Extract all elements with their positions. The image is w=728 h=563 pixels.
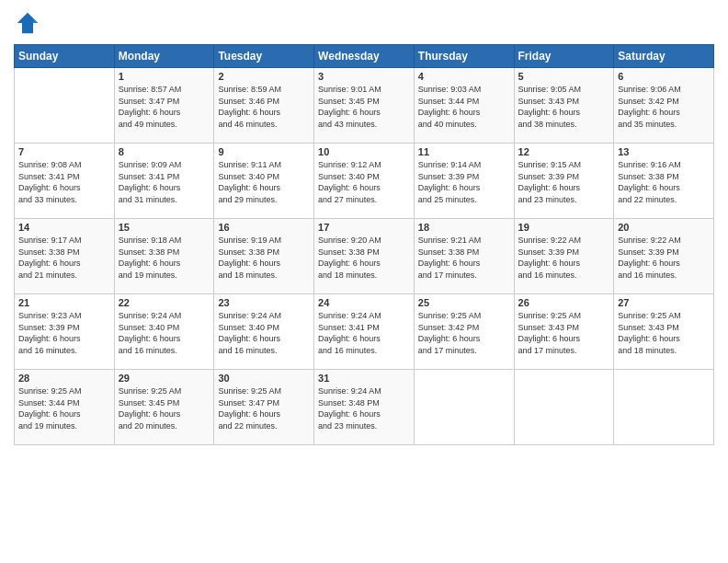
day-number: 14 (18, 222, 110, 233)
header-day-sunday: Sunday (15, 45, 115, 68)
day-info: Sunrise: 9:25 AM Sunset: 3:47 PM Dayligh… (218, 385, 310, 431)
day-number: 17 (318, 222, 410, 233)
calendar-cell: 8Sunrise: 9:09 AM Sunset: 3:41 PM Daylig… (114, 144, 214, 219)
calendar-cell (414, 370, 514, 445)
day-number: 10 (318, 146, 410, 157)
header-day-monday: Monday (114, 45, 214, 68)
calendar-cell: 30Sunrise: 9:25 AM Sunset: 3:47 PM Dayli… (214, 370, 314, 445)
calendar-cell: 27Sunrise: 9:25 AM Sunset: 3:43 PM Dayli… (614, 294, 714, 370)
day-info: Sunrise: 9:25 AM Sunset: 3:44 PM Dayligh… (18, 385, 110, 431)
day-info: Sunrise: 9:24 AM Sunset: 3:40 PM Dayligh… (119, 310, 210, 356)
calendar-cell: 9Sunrise: 9:11 AM Sunset: 3:40 PM Daylig… (214, 144, 314, 219)
day-number: 29 (119, 373, 210, 384)
calendar-cell: 10Sunrise: 9:12 AM Sunset: 3:40 PM Dayli… (314, 144, 415, 219)
day-number: 26 (518, 297, 610, 308)
day-number: 2 (218, 71, 310, 82)
calendar-cell (614, 370, 714, 445)
calendar-cell: 16Sunrise: 9:19 AM Sunset: 3:38 PM Dayli… (214, 219, 314, 294)
calendar-cell: 2Sunrise: 8:59 AM Sunset: 3:46 PM Daylig… (214, 68, 314, 144)
day-info: Sunrise: 9:06 AM Sunset: 3:42 PM Dayligh… (618, 84, 710, 130)
calendar-cell: 7Sunrise: 9:08 AM Sunset: 3:41 PM Daylig… (15, 144, 115, 219)
day-info: Sunrise: 9:24 AM Sunset: 3:48 PM Dayligh… (318, 385, 410, 431)
header (14, 9, 714, 37)
day-number: 3 (318, 71, 410, 82)
calendar-cell: 21Sunrise: 9:23 AM Sunset: 3:39 PM Dayli… (15, 294, 115, 370)
day-info: Sunrise: 8:57 AM Sunset: 3:47 PM Dayligh… (119, 84, 210, 130)
day-info: Sunrise: 9:17 AM Sunset: 3:38 PM Dayligh… (18, 235, 110, 281)
logo (14, 9, 45, 37)
calendar-cell: 4Sunrise: 9:03 AM Sunset: 3:44 PM Daylig… (414, 68, 514, 144)
day-number: 30 (218, 373, 310, 384)
calendar-table: SundayMondayTuesdayWednesdayThursdayFrid… (14, 44, 714, 445)
calendar-cell: 5Sunrise: 9:05 AM Sunset: 3:43 PM Daylig… (514, 68, 614, 144)
day-info: Sunrise: 9:20 AM Sunset: 3:38 PM Dayligh… (318, 235, 410, 281)
week-row-2: 14Sunrise: 9:17 AM Sunset: 3:38 PM Dayli… (15, 219, 714, 294)
day-info: Sunrise: 9:24 AM Sunset: 3:40 PM Dayligh… (218, 310, 310, 356)
calendar-cell: 1Sunrise: 8:57 AM Sunset: 3:47 PM Daylig… (114, 68, 214, 144)
calendar-cell: 19Sunrise: 9:22 AM Sunset: 3:39 PM Dayli… (514, 219, 614, 294)
calendar-cell: 29Sunrise: 9:25 AM Sunset: 3:45 PM Dayli… (114, 370, 214, 445)
day-number: 7 (18, 146, 110, 157)
day-info: Sunrise: 9:23 AM Sunset: 3:39 PM Dayligh… (18, 310, 110, 356)
calendar-cell (15, 68, 115, 144)
day-info: Sunrise: 9:03 AM Sunset: 3:44 PM Dayligh… (418, 84, 510, 130)
header-day-friday: Friday (514, 45, 614, 68)
calendar-cell: 23Sunrise: 9:24 AM Sunset: 3:40 PM Dayli… (214, 294, 314, 370)
day-number: 28 (18, 373, 110, 384)
day-number: 20 (618, 222, 710, 233)
week-row-3: 21Sunrise: 9:23 AM Sunset: 3:39 PM Dayli… (15, 294, 714, 370)
day-info: Sunrise: 9:09 AM Sunset: 3:41 PM Dayligh… (119, 159, 210, 205)
header-row: SundayMondayTuesdayWednesdayThursdayFrid… (15, 45, 714, 68)
day-number: 22 (119, 297, 210, 308)
day-info: Sunrise: 9:21 AM Sunset: 3:38 PM Dayligh… (418, 235, 510, 281)
day-number: 18 (418, 222, 510, 233)
day-number: 8 (119, 146, 210, 157)
calendar-cell: 14Sunrise: 9:17 AM Sunset: 3:38 PM Dayli… (15, 219, 115, 294)
week-row-1: 7Sunrise: 9:08 AM Sunset: 3:41 PM Daylig… (15, 144, 714, 219)
day-number: 1 (119, 71, 210, 82)
day-info: Sunrise: 9:22 AM Sunset: 3:39 PM Dayligh… (518, 235, 610, 281)
calendar-cell: 22Sunrise: 9:24 AM Sunset: 3:40 PM Dayli… (114, 294, 214, 370)
week-row-4: 28Sunrise: 9:25 AM Sunset: 3:44 PM Dayli… (15, 370, 714, 445)
day-number: 21 (18, 297, 110, 308)
day-number: 12 (518, 146, 610, 157)
header-day-saturday: Saturday (614, 45, 714, 68)
calendar-cell: 15Sunrise: 9:18 AM Sunset: 3:38 PM Dayli… (114, 219, 214, 294)
calendar-cell: 26Sunrise: 9:25 AM Sunset: 3:43 PM Dayli… (514, 294, 614, 370)
day-number: 25 (418, 297, 510, 308)
day-number: 6 (618, 71, 710, 82)
day-info: Sunrise: 9:11 AM Sunset: 3:40 PM Dayligh… (218, 159, 310, 205)
header-day-tuesday: Tuesday (214, 45, 314, 68)
day-number: 27 (618, 297, 710, 308)
header-day-wednesday: Wednesday (314, 45, 415, 68)
calendar-cell: 12Sunrise: 9:15 AM Sunset: 3:39 PM Dayli… (514, 144, 614, 219)
calendar-cell: 28Sunrise: 9:25 AM Sunset: 3:44 PM Dayli… (15, 370, 115, 445)
calendar-cell: 17Sunrise: 9:20 AM Sunset: 3:38 PM Dayli… (314, 219, 415, 294)
day-number: 19 (518, 222, 610, 233)
day-number: 16 (218, 222, 310, 233)
day-number: 4 (418, 71, 510, 82)
day-info: Sunrise: 9:14 AM Sunset: 3:39 PM Dayligh… (418, 159, 510, 205)
day-number: 23 (218, 297, 310, 308)
day-info: Sunrise: 9:12 AM Sunset: 3:40 PM Dayligh… (318, 159, 410, 205)
day-info: Sunrise: 9:25 AM Sunset: 3:43 PM Dayligh… (618, 310, 710, 356)
day-number: 5 (518, 71, 610, 82)
calendar-cell: 3Sunrise: 9:01 AM Sunset: 3:45 PM Daylig… (314, 68, 415, 144)
day-info: Sunrise: 8:59 AM Sunset: 3:46 PM Dayligh… (218, 84, 310, 130)
day-info: Sunrise: 9:22 AM Sunset: 3:39 PM Dayligh… (618, 235, 710, 281)
calendar-cell: 20Sunrise: 9:22 AM Sunset: 3:39 PM Dayli… (614, 219, 714, 294)
calendar-cell: 25Sunrise: 9:25 AM Sunset: 3:42 PM Dayli… (414, 294, 514, 370)
calendar-cell: 6Sunrise: 9:06 AM Sunset: 3:42 PM Daylig… (614, 68, 714, 144)
day-info: Sunrise: 9:19 AM Sunset: 3:38 PM Dayligh… (218, 235, 310, 281)
header-day-thursday: Thursday (414, 45, 514, 68)
day-info: Sunrise: 9:25 AM Sunset: 3:42 PM Dayligh… (418, 310, 510, 356)
calendar-cell (514, 370, 614, 445)
calendar-cell: 13Sunrise: 9:16 AM Sunset: 3:38 PM Dayli… (614, 144, 714, 219)
calendar-body: 1Sunrise: 8:57 AM Sunset: 3:47 PM Daylig… (15, 68, 714, 445)
day-info: Sunrise: 9:18 AM Sunset: 3:38 PM Dayligh… (119, 235, 210, 281)
calendar-header: SundayMondayTuesdayWednesdayThursdayFrid… (15, 45, 714, 68)
day-info: Sunrise: 9:25 AM Sunset: 3:45 PM Dayligh… (119, 385, 210, 431)
day-info: Sunrise: 9:01 AM Sunset: 3:45 PM Dayligh… (318, 84, 410, 130)
day-info: Sunrise: 9:08 AM Sunset: 3:41 PM Dayligh… (18, 159, 110, 205)
day-info: Sunrise: 9:16 AM Sunset: 3:38 PM Dayligh… (618, 159, 710, 205)
